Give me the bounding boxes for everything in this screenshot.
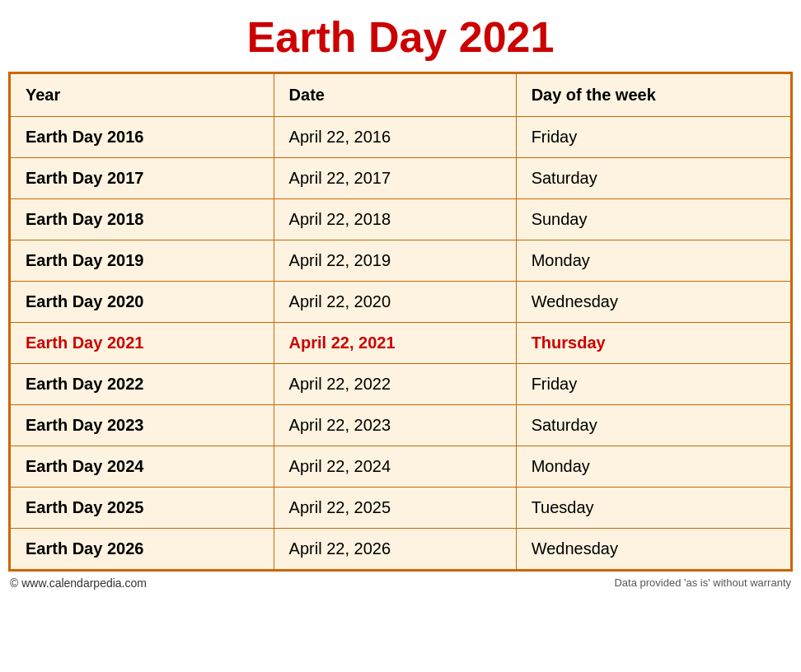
page-title: Earth Day 2021 <box>247 12 555 62</box>
cell-year: Earth Day 2020 <box>11 282 274 323</box>
cell-date: April 22, 2024 <box>274 446 516 488</box>
cell-day: Monday <box>516 240 790 282</box>
cell-year: Earth Day 2022 <box>11 364 274 405</box>
cell-year: Earth Day 2023 <box>11 405 274 446</box>
cell-year: Earth Day 2021 <box>11 323 274 364</box>
cell-day: Sunday <box>516 199 790 240</box>
cell-date: April 22, 2016 <box>274 117 516 158</box>
cell-day: Thursday <box>516 323 790 364</box>
cell-date: April 22, 2026 <box>274 529 516 570</box>
table-row: Earth Day 2021April 22, 2021Thursday <box>11 323 791 364</box>
cell-year: Earth Day 2024 <box>11 446 274 488</box>
footer: © www.calendarpedia.com Data provided 'a… <box>8 576 793 590</box>
header-day: Day of the week <box>516 74 790 117</box>
cell-day: Saturday <box>516 405 790 446</box>
cell-day: Wednesday <box>516 282 790 323</box>
cell-date: April 22, 2025 <box>274 488 516 529</box>
header-year: Year <box>11 74 274 117</box>
cell-date: April 22, 2019 <box>274 240 516 282</box>
header-date: Date <box>274 74 516 117</box>
table-header-row: Year Date Day of the week <box>11 74 791 117</box>
cell-year: Earth Day 2018 <box>11 199 274 240</box>
cell-day: Saturday <box>516 158 790 199</box>
table-row: Earth Day 2022April 22, 2022Friday <box>11 364 791 405</box>
cell-day: Friday <box>516 117 790 158</box>
table-row: Earth Day 2019April 22, 2019Monday <box>11 240 791 282</box>
table-row: Earth Day 2025April 22, 2025Tuesday <box>11 488 791 529</box>
cell-year: Earth Day 2016 <box>11 117 274 158</box>
cell-day: Tuesday <box>516 488 790 529</box>
table-row: Earth Day 2026April 22, 2026Wednesday <box>11 529 791 570</box>
cell-date: April 22, 2017 <box>274 158 516 199</box>
table-row: Earth Day 2020April 22, 2020Wednesday <box>11 282 791 323</box>
table-row: Earth Day 2017April 22, 2017Saturday <box>11 158 791 199</box>
cell-date: April 22, 2020 <box>274 282 516 323</box>
table-row: Earth Day 2024April 22, 2024Monday <box>11 446 791 488</box>
table-row: Earth Day 2023April 22, 2023Saturday <box>11 405 791 446</box>
cell-day: Monday <box>516 446 790 488</box>
cell-year: Earth Day 2017 <box>11 158 274 199</box>
disclaimer: Data provided 'as is' without warranty <box>614 576 791 590</box>
cell-day: Wednesday <box>516 529 790 570</box>
earth-day-table: Year Date Day of the week Earth Day 2016… <box>8 72 793 572</box>
cell-day: Friday <box>516 364 790 405</box>
table-row: Earth Day 2016April 22, 2016Friday <box>11 117 791 158</box>
cell-year: Earth Day 2019 <box>11 240 274 282</box>
cell-date: April 22, 2021 <box>274 323 516 364</box>
copyright: © www.calendarpedia.com <box>10 576 147 590</box>
cell-year: Earth Day 2026 <box>11 529 274 570</box>
table-row: Earth Day 2018April 22, 2018Sunday <box>11 199 791 240</box>
cell-date: April 22, 2022 <box>274 364 516 405</box>
cell-date: April 22, 2023 <box>274 405 516 446</box>
cell-date: April 22, 2018 <box>274 199 516 240</box>
cell-year: Earth Day 2025 <box>11 488 274 529</box>
